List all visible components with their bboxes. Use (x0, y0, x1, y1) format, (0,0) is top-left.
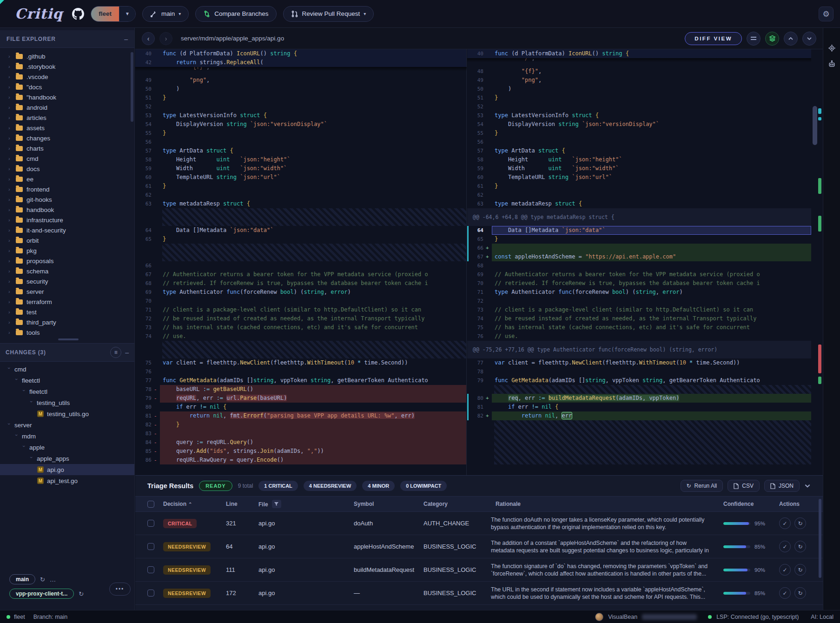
repo-name[interactable]: fleet (91, 7, 119, 21)
col-decision[interactable]: Decision⌃ (159, 501, 221, 507)
explorer-folder-security[interactable]: ›security (0, 276, 134, 286)
explorer-folder--storybook[interactable]: ›.storybook (0, 61, 134, 72)
code-line[interactable]: 49 "png", (467, 76, 811, 85)
explorer-scrollbar[interactable] (131, 52, 133, 122)
code-line[interactable]: 82- } (135, 420, 466, 429)
code-line[interactable]: 55} (467, 129, 811, 138)
code-line[interactable]: 69type Authenticator func(forceRenew boo… (135, 288, 466, 297)
triage-scrollbar[interactable] (819, 499, 821, 578)
changes-menu-icon[interactable]: ≡ (110, 347, 121, 358)
code-line[interactable]: 51} (467, 93, 811, 102)
explorer-folder-pkg[interactable]: ›pkg (0, 245, 134, 256)
code-line[interactable]: 60 TemplateURL string `json:"url"` (467, 173, 811, 182)
filter-critical-pill[interactable]: 1 CRITICAL (258, 481, 298, 491)
collapse-changes-button[interactable]: – (125, 349, 129, 356)
triage-row[interactable]: NEEDSREVIEW172api.go—BUSINESS_LOGICThe U… (135, 582, 823, 605)
code-line[interactable]: 83- (135, 429, 466, 438)
repo-selector[interactable]: fleet ▼ (91, 6, 136, 22)
code-line[interactable]: 86- reqURL.RawQuery = query.Encode() (135, 456, 466, 464)
code-line[interactable]: 40func (d PlatformData) IconURL() string… (467, 49, 811, 58)
code-line[interactable]: 73// has internal state (cached connecti… (135, 323, 466, 332)
code-line[interactable]: 56 (467, 138, 811, 146)
code-line[interactable]: 67// Authenticator returns a bearer toke… (135, 270, 466, 279)
branch-panel-more-button[interactable]: ••• (109, 583, 131, 596)
code-line[interactable]: 40func (d PlatformData) IconURL() string… (135, 49, 466, 58)
panel-resize-handle[interactable] (58, 338, 79, 340)
filter-needsreview-pill[interactable]: 4 NEEDSREVIEW (304, 481, 357, 491)
col-category[interactable]: Category (419, 501, 491, 507)
explorer-folder-docs[interactable]: ›docs (0, 164, 134, 174)
code-line[interactable]: 57type ArtData struct { (467, 146, 811, 155)
changed-file-api-test-go[interactable]: Mapi_test.go (0, 475, 134, 486)
explorer-folder-infrastructure[interactable]: ›infrastructure (0, 215, 134, 225)
code-line[interactable]: 78 (467, 367, 811, 376)
review-pull-request-button[interactable]: Review Pull Request▾ (283, 6, 374, 22)
explorer-folder-frontend[interactable]: ›frontend (0, 184, 134, 194)
explorer-folder-proposals[interactable]: ›proposals (0, 256, 134, 266)
explorer-folder-git-hooks[interactable]: ›git-hooks (0, 194, 134, 205)
triage-row[interactable]: CRITICAL321api.godoAuthAUTH_CHANGEThe fu… (135, 512, 823, 535)
code-line[interactable]: 59 Width uint `json:"width"` (135, 164, 466, 173)
export-csv-button[interactable]: CSV (728, 480, 760, 492)
code-line[interactable]: 56 (135, 138, 466, 146)
row-checkbox[interactable] (147, 543, 154, 550)
accept-icon[interactable]: ✓ (779, 541, 791, 552)
changed-file-api-go[interactable]: Mapi.go (0, 464, 134, 475)
code-line[interactable]: 54 DisplayVersion string `json:"versionD… (467, 120, 811, 129)
explorer-folder-tools[interactable]: ›tools (0, 327, 134, 338)
code-line[interactable]: 81 if err != nil { (467, 403, 811, 411)
code-line[interactable]: 52 (135, 102, 466, 111)
rerun-all-button[interactable]: ↻Rerun All (681, 480, 723, 492)
code-line[interactable]: 65} (467, 235, 811, 244)
rerun-row-icon[interactable]: ↻ (794, 564, 806, 576)
changed-dir-apple-apps[interactable]: ›apple_apps (0, 453, 134, 464)
explorer-folder-charts[interactable]: ›charts (0, 143, 134, 153)
code-line[interactable]: 53type LatestVersionInfo struct { (467, 111, 811, 120)
code-line[interactable]: 84- query := reqURL.Query() (135, 438, 466, 447)
explorer-folder--github[interactable]: ›.github (0, 51, 134, 61)
row-checkbox[interactable] (147, 566, 154, 573)
minimap-thumb[interactable] (813, 106, 817, 145)
code-line[interactable]: 63type metadataResp struct { (467, 199, 811, 208)
code-line[interactable]: 50 ) (467, 85, 811, 93)
next-change-icon[interactable] (802, 32, 816, 46)
code-line[interactable]: 74// use. (135, 332, 466, 341)
code-line[interactable]: 75var client = fleethttp.NewClient(fleet… (135, 358, 466, 367)
filter-minor-pill[interactable]: 4 MINOR (362, 481, 395, 491)
diff-view-toggle[interactable]: DIFF VIEW (685, 32, 742, 45)
code-line[interactable]: 70 (135, 297, 466, 305)
changed-file-testing-utils-go[interactable]: Mtesting_utils.go (0, 408, 134, 419)
rerun-row-icon[interactable]: ↻ (794, 587, 806, 599)
layers-icon[interactable] (765, 32, 779, 46)
explorer-folder-server[interactable]: ›server (0, 286, 134, 297)
compare-branch-pill[interactable]: vpp-proxy-client-t... (9, 589, 74, 599)
code-line[interactable]: 61} (135, 182, 466, 191)
code-line[interactable]: 72// be reused instead of created as nee… (135, 314, 466, 323)
branch-button[interactable]: main▾ (142, 6, 189, 22)
explorer-folder-handbook[interactable]: ›handbook (0, 205, 134, 215)
code-line[interactable]: 64 Data []Metadata `json:"data"` (135, 226, 466, 235)
accept-icon[interactable]: ✓ (779, 564, 791, 576)
explorer-folder-third-party[interactable]: ›third_party (0, 317, 134, 327)
code-line[interactable]: 65} (135, 235, 466, 244)
code-line[interactable]: 75// has internal state (cached connecti… (467, 323, 811, 332)
code-line[interactable]: 42 return strings.ReplaceAll( (135, 58, 466, 67)
code-line[interactable]: 68 (467, 261, 811, 270)
code-line[interactable]: 79- reqURL, err := url.Parse(baseURL) (135, 394, 466, 403)
code-line[interactable]: 71type Authenticator func(forceRenew boo… (467, 288, 811, 297)
refresh-compare-icon[interactable]: ↻ (79, 590, 84, 597)
repo-dropdown-caret[interactable]: ▼ (119, 7, 135, 21)
refresh-branch-icon[interactable]: ↻ (40, 576, 45, 583)
code-line[interactable]: 66+ (467, 244, 811, 252)
collapse-explorer-button[interactable]: – (124, 35, 128, 43)
code-line[interactable]: 54 DisplayVersion string `json:"versionD… (135, 120, 466, 129)
col-file[interactable]: File (254, 500, 349, 508)
triage-row[interactable]: NEEDSREVIEW64api.goappleHostAndSchemeBUS… (135, 535, 823, 558)
triage-row[interactable]: NEEDSREVIEW111api.gobuildMetadataRequest… (135, 558, 823, 582)
col-line[interactable]: Line (221, 501, 254, 507)
code-line[interactable]: 82+ return nil, err (467, 411, 811, 420)
code-line[interactable]: 62 (135, 191, 466, 199)
minimap[interactable] (811, 49, 823, 475)
code-line[interactable]: 76 (135, 367, 466, 376)
code-line[interactable]: 67+const appleHostAndScheme = "https://a… (467, 252, 811, 261)
